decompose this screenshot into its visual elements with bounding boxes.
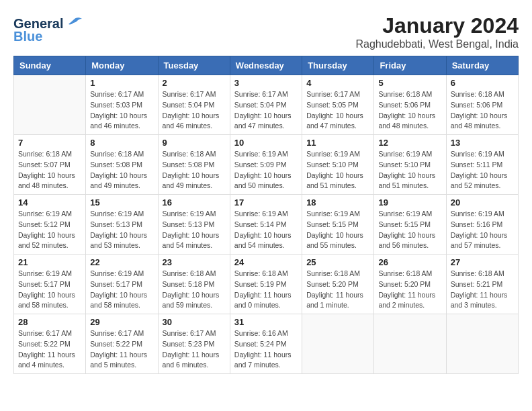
daylight-text: Daylight: 10 hours and 52 minutes.	[18, 231, 75, 250]
day-cell-2-2: 8 Sunrise: 6:18 AM Sunset: 5:08 PM Dayli…	[86, 135, 158, 195]
day-info: Sunrise: 6:18 AM Sunset: 5:21 PM Dayligh…	[451, 269, 514, 311]
sunset-text: Sunset: 5:19 PM	[234, 280, 287, 288]
sunrise-text: Sunrise: 6:18 AM	[234, 269, 288, 277]
day-info: Sunrise: 6:17 AM Sunset: 5:22 PM Dayligh…	[90, 328, 153, 371]
day-info: Sunrise: 6:19 AM Sunset: 5:17 PM Dayligh…	[90, 269, 153, 311]
day-cell-1-4: 3 Sunrise: 6:17 AM Sunset: 5:04 PM Dayli…	[230, 75, 302, 135]
day-info: Sunrise: 6:17 AM Sunset: 5:04 PM Dayligh…	[234, 89, 298, 132]
sunrise-text: Sunrise: 6:17 AM	[234, 90, 288, 98]
day-number: 31	[234, 317, 298, 327]
sunrise-text: Sunrise: 6:17 AM	[163, 329, 216, 337]
sunset-text: Sunset: 5:13 PM	[163, 220, 215, 228]
sunset-text: Sunset: 5:15 PM	[306, 220, 359, 228]
sunset-text: Sunset: 5:21 PM	[451, 280, 503, 288]
day-cell-1-2: 1 Sunrise: 6:17 AM Sunset: 5:03 PM Dayli…	[86, 75, 158, 135]
sunrise-text: Sunrise: 6:18 AM	[378, 90, 432, 98]
day-info: Sunrise: 6:18 AM Sunset: 5:08 PM Dayligh…	[163, 149, 226, 191]
day-info: Sunrise: 6:17 AM Sunset: 5:22 PM Dayligh…	[18, 328, 81, 371]
day-info: Sunrise: 6:19 AM Sunset: 5:15 PM Dayligh…	[378, 209, 441, 251]
sunrise-text: Sunrise: 6:18 AM	[378, 269, 432, 277]
day-cell-1-1	[14, 75, 86, 135]
day-cell-2-6: 12 Sunrise: 6:19 AM Sunset: 5:10 PM Dayl…	[374, 135, 446, 195]
daylight-text: Daylight: 10 hours and 47 minutes.	[306, 111, 363, 130]
day-info: Sunrise: 6:19 AM Sunset: 5:15 PM Dayligh…	[306, 209, 369, 251]
day-number: 11	[306, 138, 369, 148]
sunrise-text: Sunrise: 6:19 AM	[451, 150, 504, 158]
sunset-text: Sunset: 5:03 PM	[90, 101, 142, 109]
daylight-text: Daylight: 10 hours and 49 minutes.	[90, 171, 147, 190]
day-number: 25	[306, 257, 369, 267]
day-cell-2-7: 13 Sunrise: 6:19 AM Sunset: 5:11 PM Dayl…	[446, 135, 518, 195]
day-cell-3-4: 17 Sunrise: 6:19 AM Sunset: 5:14 PM Dayl…	[230, 195, 302, 255]
day-info: Sunrise: 6:16 AM Sunset: 5:24 PM Dayligh…	[234, 328, 298, 371]
sunrise-text: Sunrise: 6:17 AM	[90, 90, 144, 98]
day-cell-4-2: 22 Sunrise: 6:19 AM Sunset: 5:17 PM Dayl…	[86, 255, 158, 314]
sunrise-text: Sunrise: 6:19 AM	[451, 210, 504, 218]
header-saturday: Saturday	[446, 56, 518, 75]
day-cell-2-5: 11 Sunrise: 6:19 AM Sunset: 5:10 PM Dayl…	[302, 135, 374, 195]
header-sunday: Sunday	[14, 56, 86, 75]
day-cell-1-7: 6 Sunrise: 6:18 AM Sunset: 5:06 PM Dayli…	[446, 75, 518, 135]
daylight-text: Daylight: 10 hours and 51 minutes.	[378, 171, 435, 190]
header-thursday: Thursday	[302, 56, 374, 75]
daylight-text: Daylight: 10 hours and 48 minutes.	[378, 111, 435, 130]
sunset-text: Sunset: 5:17 PM	[18, 280, 71, 288]
day-cell-5-1: 28 Sunrise: 6:17 AM Sunset: 5:22 PM Dayl…	[14, 314, 86, 374]
sunrise-text: Sunrise: 6:19 AM	[306, 210, 360, 218]
day-info: Sunrise: 6:17 AM Sunset: 5:23 PM Dayligh…	[163, 328, 226, 371]
day-cell-4-5: 25 Sunrise: 6:18 AM Sunset: 5:20 PM Dayl…	[302, 255, 374, 314]
day-number: 3	[234, 78, 298, 88]
daylight-text: Daylight: 10 hours and 58 minutes.	[90, 291, 147, 310]
daylight-text: Daylight: 11 hours and 2 minutes.	[378, 291, 435, 310]
day-info: Sunrise: 6:19 AM Sunset: 5:13 PM Dayligh…	[90, 209, 153, 251]
day-cell-5-2: 29 Sunrise: 6:17 AM Sunset: 5:22 PM Dayl…	[86, 314, 158, 374]
sunrise-text: Sunrise: 6:19 AM	[234, 210, 288, 218]
day-info: Sunrise: 6:17 AM Sunset: 5:05 PM Dayligh…	[306, 89, 369, 132]
daylight-text: Daylight: 10 hours and 55 minutes.	[306, 231, 363, 250]
day-number: 5	[378, 78, 441, 88]
day-cell-5-4: 31 Sunrise: 6:16 AM Sunset: 5:24 PM Dayl…	[230, 314, 302, 374]
sunrise-text: Sunrise: 6:19 AM	[378, 210, 432, 218]
daylight-text: Daylight: 10 hours and 54 minutes.	[234, 231, 292, 250]
day-cell-2-3: 9 Sunrise: 6:18 AM Sunset: 5:08 PM Dayli…	[158, 135, 230, 195]
sunrise-text: Sunrise: 6:19 AM	[306, 150, 360, 158]
sunrise-text: Sunrise: 6:19 AM	[378, 150, 432, 158]
week-row-4: 21 Sunrise: 6:19 AM Sunset: 5:17 PM Dayl…	[14, 255, 519, 314]
daylight-text: Daylight: 10 hours and 48 minutes.	[18, 171, 75, 190]
sunset-text: Sunset: 5:14 PM	[234, 220, 287, 228]
daylight-text: Daylight: 10 hours and 56 minutes.	[378, 231, 435, 250]
day-info: Sunrise: 6:19 AM Sunset: 5:11 PM Dayligh…	[451, 149, 514, 191]
day-number: 24	[234, 257, 298, 267]
sunset-text: Sunset: 5:24 PM	[234, 340, 287, 348]
header-monday: Monday	[86, 56, 158, 75]
day-cell-1-6: 5 Sunrise: 6:18 AM Sunset: 5:06 PM Dayli…	[374, 75, 446, 135]
daylight-text: Daylight: 10 hours and 49 minutes.	[163, 171, 220, 190]
sunset-text: Sunset: 5:06 PM	[451, 101, 503, 109]
daylight-text: Daylight: 10 hours and 53 minutes.	[90, 231, 147, 250]
daylight-text: Daylight: 11 hours and 0 minutes.	[234, 291, 292, 310]
day-number: 7	[18, 138, 81, 148]
sunrise-text: Sunrise: 6:18 AM	[306, 269, 360, 277]
day-info: Sunrise: 6:19 AM Sunset: 5:16 PM Dayligh…	[451, 209, 514, 251]
sunset-text: Sunset: 5:04 PM	[163, 101, 215, 109]
day-number: 18	[306, 197, 369, 208]
sunset-text: Sunset: 5:11 PM	[451, 161, 503, 169]
sunset-text: Sunset: 5:07 PM	[18, 161, 71, 169]
header-friday: Friday	[374, 56, 446, 75]
days-header-row: Sunday Monday Tuesday Wednesday Thursday…	[14, 56, 519, 75]
calendar-title: January 2024	[13, 13, 519, 38]
day-info: Sunrise: 6:18 AM Sunset: 5:18 PM Dayligh…	[163, 269, 226, 311]
sunset-text: Sunset: 5:08 PM	[163, 161, 215, 169]
sunrise-text: Sunrise: 6:18 AM	[163, 269, 216, 277]
daylight-text: Daylight: 10 hours and 54 minutes.	[163, 231, 220, 250]
sunset-text: Sunset: 5:05 PM	[306, 101, 359, 109]
day-info: Sunrise: 6:18 AM Sunset: 5:20 PM Dayligh…	[306, 269, 369, 311]
sunrise-text: Sunrise: 6:17 AM	[163, 90, 216, 98]
day-cell-3-6: 19 Sunrise: 6:19 AM Sunset: 5:15 PM Dayl…	[374, 195, 446, 255]
daylight-text: Daylight: 11 hours and 5 minutes.	[90, 351, 147, 369]
day-number: 21	[18, 257, 81, 267]
day-info: Sunrise: 6:19 AM Sunset: 5:17 PM Dayligh…	[18, 269, 81, 311]
sunrise-text: Sunrise: 6:17 AM	[18, 329, 72, 337]
sunset-text: Sunset: 5:06 PM	[378, 101, 431, 109]
daylight-text: Daylight: 11 hours and 3 minutes.	[451, 291, 508, 310]
